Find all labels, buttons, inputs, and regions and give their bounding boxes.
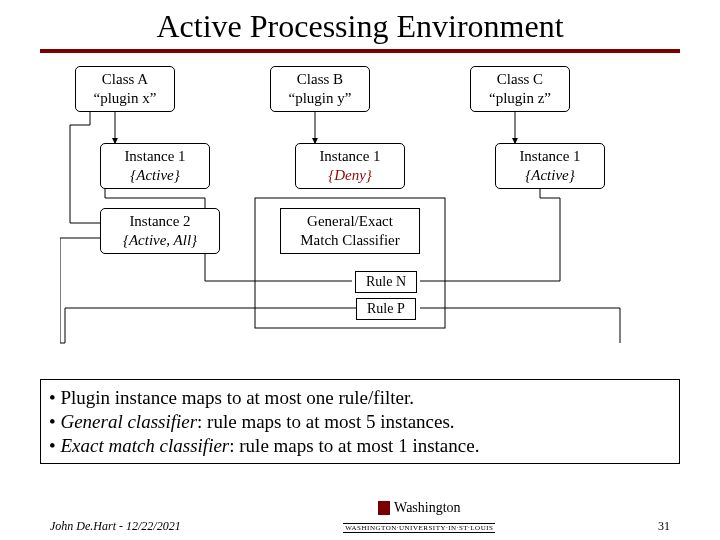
diagram: Class A “plugin x” Class B “plugin y” Cl… <box>60 63 660 373</box>
class-a-name: Class A <box>84 70 166 89</box>
bullet-list: • Plugin instance maps to at most one ru… <box>40 379 680 464</box>
slide-title: Active Processing Environment <box>0 0 720 49</box>
university-logo: Washington <box>378 500 461 516</box>
bullet-2-em: General classifier <box>60 411 197 432</box>
university-name: Washington <box>394 500 461 516</box>
author-date: John De.Hart - 12/22/2021 <box>50 519 181 534</box>
rule-p-box: Rule P <box>356 298 416 320</box>
classifier-line2: Match Classifier <box>289 231 411 250</box>
footer: John De.Hart - 12/22/2021 Washington WAS… <box>0 500 720 534</box>
bullet-2: • General classifier: rule maps to at mo… <box>49 410 671 434</box>
instance-a1-label: Instance 1 <box>109 147 201 166</box>
bullet-3-prefix: • <box>49 435 60 456</box>
footer-center: Washington WASHINGTON·UNIVERSITY·IN·ST·L… <box>181 500 658 534</box>
classifier-line1: General/Exact <box>289 212 411 231</box>
class-b-name: Class B <box>279 70 361 89</box>
bullet-3-rest: : rule maps to at most 1 instance. <box>229 435 479 456</box>
shield-icon <box>378 501 390 515</box>
class-c-plugin: “plugin z” <box>479 89 561 108</box>
instance-b1-state: {Deny} <box>304 166 396 185</box>
instance-c1-box: Instance 1 {Active} <box>495 143 605 189</box>
class-b-plugin: “plugin y” <box>279 89 361 108</box>
classifier-box: General/Exact Match Classifier <box>280 208 420 254</box>
instance-a1-state: {Active} <box>109 166 201 185</box>
class-a-plugin: “plugin x” <box>84 89 166 108</box>
instance-a2-state: {Active, All} <box>109 231 211 250</box>
instance-b1-label: Instance 1 <box>304 147 396 166</box>
title-underline <box>40 49 680 53</box>
bullet-2-prefix: • <box>49 411 60 432</box>
university-sub: WASHINGTON·UNIVERSITY·IN·ST·LOUIS <box>343 523 495 533</box>
class-c-box: Class C “plugin z” <box>470 66 570 112</box>
class-b-box: Class B “plugin y” <box>270 66 370 112</box>
page-number: 31 <box>658 519 670 534</box>
bullet-3-em: Exact match classifier <box>60 435 229 456</box>
instance-c1-label: Instance 1 <box>504 147 596 166</box>
instance-a2-label: Instance 2 <box>109 212 211 231</box>
instance-c1-state: {Active} <box>504 166 596 185</box>
instance-a1-box: Instance 1 {Active} <box>100 143 210 189</box>
instance-b1-box: Instance 1 {Deny} <box>295 143 405 189</box>
rule-n-box: Rule N <box>355 271 417 293</box>
bullet-1: • Plugin instance maps to at most one ru… <box>49 386 671 410</box>
instance-a2-box: Instance 2 {Active, All} <box>100 208 220 254</box>
bullet-2-rest: : rule maps to at most 5 instances. <box>197 411 455 432</box>
bullet-3: • Exact match classifier: rule maps to a… <box>49 434 671 458</box>
class-a-box: Class A “plugin x” <box>75 66 175 112</box>
class-c-name: Class C <box>479 70 561 89</box>
